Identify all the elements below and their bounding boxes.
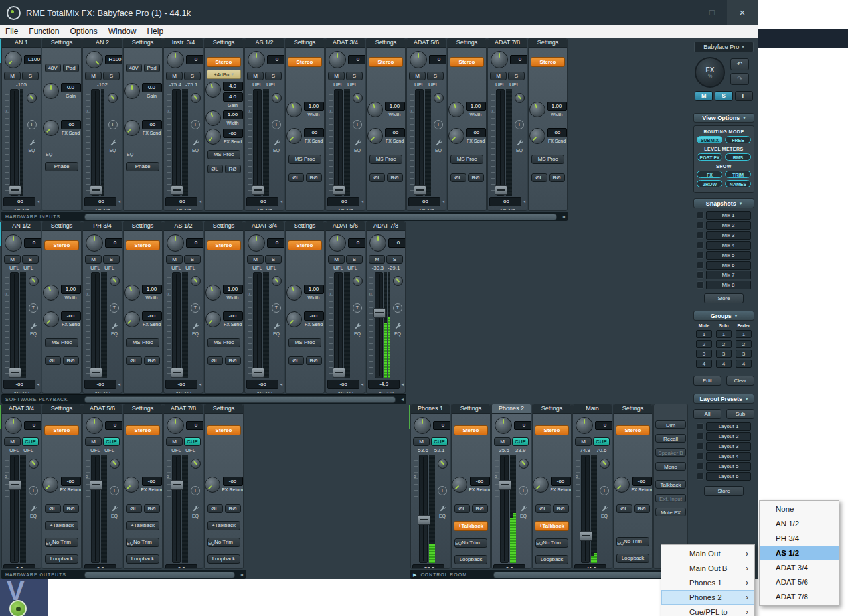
phase-right-button[interactable]: RØ (306, 173, 322, 182)
channel-name[interactable]: ADAT 7/8 (488, 38, 527, 48)
groups-edit-button[interactable]: Edit (693, 376, 721, 386)
reference-level-dropdown[interactable]: +4dBu▾ (207, 70, 241, 79)
stereo-button[interactable]: Stereo (288, 240, 322, 250)
eq-label[interactable]: EQ (516, 148, 523, 153)
layout-name[interactable]: Layout 2 (706, 432, 751, 441)
s-button[interactable]: S (22, 72, 39, 80)
m-button[interactable]: M (247, 255, 264, 264)
scrollbar-handle[interactable] (493, 572, 673, 578)
wrench-icon[interactable] (192, 137, 199, 143)
menu-function[interactable]: Function (23, 25, 64, 38)
collapse-arrow-icon[interactable]: ◂ (37, 199, 39, 204)
fx-send-knob[interactable] (529, 128, 545, 144)
settings-header[interactable]: Settings (286, 38, 324, 48)
collapse-arrow-icon[interactable]: ◂ (401, 382, 404, 387)
collapse-arrow-icon[interactable]: ◂ (446, 566, 448, 569)
ms-proc-button[interactable]: MS Proc (369, 155, 402, 164)
group-solo-1-button[interactable]: 1 (716, 330, 732, 338)
route-label[interactable]: AS 1/2 (164, 389, 203, 394)
fader-handle[interactable] (90, 368, 102, 378)
channel-name[interactable]: AN 1 (2, 38, 41, 48)
channel-name[interactable]: AN 2 (83, 38, 122, 48)
trim-button[interactable]: T (600, 486, 609, 495)
fader-track[interactable] (172, 455, 181, 563)
ms-proc-button[interactable]: MS Proc (45, 338, 78, 347)
stereo-button[interactable]: Stereo (126, 425, 160, 435)
trim-button[interactable]: T (27, 120, 37, 129)
menu-file[interactable]: File (0, 25, 23, 38)
trim-button[interactable]: T (191, 120, 200, 129)
fader-handle[interactable] (414, 185, 426, 195)
collapse-arrow-icon[interactable]: ◂ (118, 382, 120, 387)
fader-track[interactable] (500, 455, 509, 563)
wrench-icon[interactable] (192, 320, 199, 327)
s-button[interactable]: S (427, 72, 444, 80)
fader-track[interactable] (10, 89, 19, 196)
row-scrollbar[interactable]: ▶CONTROL ROOM◂ (410, 570, 684, 579)
scrollbar-handle[interactable] (84, 572, 235, 578)
fader-track[interactable] (415, 89, 424, 196)
trim-button[interactable]: TRIM (725, 171, 751, 178)
m-button[interactable]: M (409, 72, 426, 80)
menu-item-phones-2[interactable]: Phones 2› (661, 590, 754, 605)
s-button[interactable]: S (265, 255, 282, 264)
m-button[interactable]: M (166, 437, 183, 446)
pan-knob[interactable] (414, 417, 431, 434)
m-button[interactable]: M (85, 72, 102, 80)
wrench-icon[interactable] (111, 320, 118, 327)
view-options-header[interactable]: View Options ▾ (693, 113, 754, 123)
menu-item-phones-1[interactable]: Phones 1› (661, 576, 754, 590)
settings-header[interactable]: Settings (448, 38, 486, 48)
group-fader-1-button[interactable]: 1 (736, 330, 752, 338)
group-fader-2-button[interactable]: 2 (736, 340, 752, 348)
row-scrollbar[interactable]: HARDWARE INPUTS◂ (1, 212, 568, 221)
fader-handle[interactable] (9, 185, 21, 195)
phase-left-button[interactable]: ØL (369, 173, 385, 182)
snapshot-led[interactable] (697, 271, 704, 279)
s-button[interactable]: S (386, 255, 403, 264)
channel-name[interactable]: Phones 1 (411, 404, 450, 414)
scroll-arrow-icon[interactable]: ◂ (240, 570, 243, 579)
eq-label[interactable]: EQ (46, 541, 52, 546)
menu-help[interactable]: Help (141, 25, 169, 38)
snapshot-name[interactable]: Mix 6 (706, 261, 751, 270)
snapshot-led[interactable] (697, 222, 704, 229)
channel-name[interactable]: ADAT 7/8 (367, 222, 405, 231)
settings-header[interactable]: Settings (205, 38, 243, 48)
phase-right-button[interactable]: RØ (225, 504, 241, 513)
phase-left-button[interactable]: ØL (531, 173, 547, 182)
layout-led[interactable] (697, 433, 704, 440)
fx-return-knob[interactable] (42, 477, 58, 493)
phase-right-button[interactable]: RØ (63, 356, 79, 365)
wrench-icon[interactable] (354, 320, 361, 327)
free-button[interactable]: FREE (725, 136, 751, 143)
settings-header[interactable]: Settings (529, 38, 567, 48)
s-button[interactable]: S (103, 255, 120, 264)
phase-right-button[interactable]: RØ (387, 173, 403, 182)
loopback-button[interactable]: Loopback (535, 555, 568, 564)
phase-right-button[interactable]: RØ (225, 165, 241, 173)
route-label[interactable]: AS 1/2 (245, 206, 284, 211)
collapse-arrow-icon[interactable]: ◂ (37, 566, 39, 569)
m-button[interactable]: M (247, 72, 264, 80)
phase-left-button[interactable]: ØL (45, 504, 61, 513)
loopback-button[interactable]: Loopback (454, 555, 487, 564)
trim-button[interactable]: T (29, 303, 38, 313)
settings-header[interactable]: Settings (205, 404, 243, 414)
stereo-button[interactable]: Stereo (207, 240, 241, 250)
phase-right-button[interactable]: RØ (144, 356, 160, 365)
snapshot-name[interactable]: Mix 7 (706, 271, 751, 279)
settings-header[interactable]: Settings (286, 222, 324, 231)
device-selector[interactable]: Babyface Pro ▾ (694, 42, 754, 52)
wrench-icon[interactable] (30, 320, 37, 327)
snapshot-name[interactable]: Mix 4 (706, 241, 751, 250)
ms-proc-button[interactable]: MS Proc (207, 338, 240, 347)
trim-button[interactable]: T (110, 303, 119, 313)
pan-knob[interactable] (5, 234, 22, 252)
aux-knob[interactable] (353, 93, 363, 103)
pan-knob[interactable] (167, 51, 184, 68)
talkback-button[interactable]: +Talkback (454, 521, 488, 531)
collapse-arrow-icon[interactable]: ◂ (199, 382, 201, 387)
snapshot-led[interactable] (697, 232, 704, 239)
aux-knob[interactable] (27, 93, 37, 103)
